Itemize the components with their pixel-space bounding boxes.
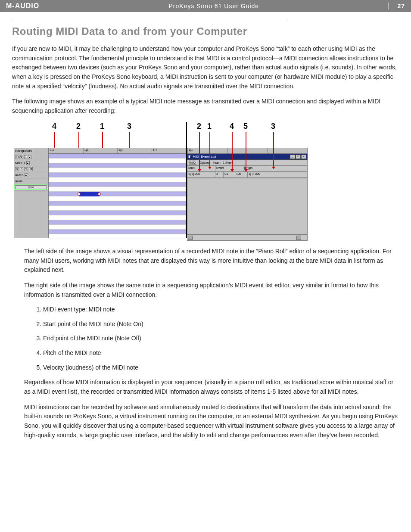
callout-4: 4 [230, 122, 234, 131]
tiny-btn[interactable]: ▸ [28, 155, 31, 159]
cell-type: J [215, 172, 224, 177]
cell-velocity: 106 [235, 172, 248, 177]
midi-figure: 4 2 1 3 Bars|Beats Click◦▸ MIDI 1▸ R a [12, 122, 399, 238]
event-list-titlebar[interactable]: ◧ MIDI Event List _ □ × [187, 154, 308, 160]
col-length: length [243, 166, 307, 171]
event-list-toolbar: MIDI Options Insert 1 Event [187, 160, 308, 166]
tiny-btn[interactable]: ▸ [26, 161, 30, 165]
callout-2: 2 [197, 122, 201, 131]
list-item: Velocity (loudness) of the MIDI note [43, 364, 399, 372]
page-number: 27 [388, 3, 405, 9]
paragraph-1: If you are new to MIDI, it may be challe… [12, 44, 399, 91]
callout-2: 2 [76, 122, 81, 131]
callout-3: 3 [271, 122, 275, 131]
event-list-app: 1|1 ◧ MIDI Event List _ □ × MIDI Options… [187, 148, 308, 238]
event-list-body[interactable] [187, 178, 308, 235]
brand-logo: M-AUDIO [6, 2, 39, 10]
solo-btn[interactable]: S [24, 167, 28, 171]
title-rule [12, 20, 288, 20]
track-name: MIDI 1 [15, 161, 25, 165]
close-icon[interactable]: × [301, 155, 306, 159]
list-item: End point of the MIDI note (Note Off) [43, 334, 399, 343]
paragraph-6: MIDI instructions can be recorded by sof… [24, 403, 399, 440]
midi-note[interactable] [79, 192, 100, 196]
paragraph-2: The following image shows an example of … [12, 97, 399, 115]
right-callout-row: 2 1 4 5 3 [187, 122, 308, 133]
tiny-btn[interactable]: ▸ [25, 173, 28, 177]
automation-read[interactable]: read [15, 185, 47, 189]
event-list-row[interactable]: 1| 2| 000 J C1 106 1| 3| 000 [187, 172, 308, 178]
midi-items-list: MIDI event type: MIDI note Start point o… [12, 305, 399, 372]
piano-roll-grid[interactable]: 1|1 1|2 1|3 1|4 [48, 148, 186, 238]
view-notes: notes [15, 173, 24, 177]
callout-1: 1 [100, 122, 104, 131]
piano-roll-timeline: 1|1 1|2 1|3 1|4 [49, 148, 186, 154]
event-list-scrollbar[interactable] [187, 235, 308, 241]
piano-roll-sidebar: Bars|Beats Click◦▸ MIDI 1▸ R a S M notes… [14, 148, 48, 238]
maximize-icon[interactable]: □ [296, 155, 301, 159]
section-title: Routing MIDI Data to and from your Compu… [12, 25, 399, 37]
minimize-icon[interactable]: _ [290, 155, 295, 159]
rec-btn[interactable]: R [15, 167, 19, 171]
piano-roll-app: Bars|Beats Click◦▸ MIDI 1▸ R a S M notes… [14, 148, 186, 238]
window-title: ◧ MIDI Event List [188, 155, 216, 159]
left-callout-row: 4 2 1 3 [14, 122, 186, 133]
event-list-timeline-top: 1|1 [187, 148, 308, 154]
insert-button[interactable]: Insert [213, 161, 221, 164]
page-header: M-AUDIO ProKeys Sono 61 User Guide 27 [0, 0, 411, 12]
event-list-columns: Start Event length [187, 166, 308, 172]
col-event: Event [215, 166, 243, 171]
callout-5: 5 [243, 122, 248, 131]
paragraph-4: The right side of the image shows the sa… [24, 281, 399, 299]
figure-left-piano-roll: 4 2 1 3 Bars|Beats Click◦▸ MIDI 1▸ R a [14, 122, 186, 238]
tiny-btn[interactable]: ◦ [24, 155, 27, 159]
cell-pitch: C1 [224, 172, 235, 177]
callout-1: 1 [207, 122, 212, 131]
cell-length: 1| 3| 000 [248, 172, 307, 177]
click-button[interactable]: Click [15, 155, 23, 159]
pr-header: Bars|Beats [14, 148, 48, 154]
callout-3: 3 [127, 122, 131, 131]
mute-btn[interactable]: M [29, 167, 33, 171]
figure-right-event-list: 2 1 4 5 3 1|1 ◧ MIDI Event List [186, 122, 308, 238]
cell-start: 1| 2| 000 [187, 172, 215, 177]
paragraph-3: The left side of the image shows a visua… [24, 247, 399, 275]
midi-filter-button[interactable]: MIDI [189, 161, 197, 165]
options-button[interactable]: Options [200, 161, 210, 164]
list-item: Start point of the MIDI note (Note On) [43, 320, 399, 329]
list-item: Pitch of the MIDI note [43, 349, 399, 358]
view-none: none [15, 179, 23, 183]
event-count: 1 Event [223, 161, 233, 164]
paragraph-5: Regardless of how MIDI information is di… [24, 378, 399, 396]
doc-title: ProKeys Sono 61 User Guide [39, 3, 388, 9]
a-btn[interactable]: a [20, 167, 23, 171]
col-start: Start [187, 166, 215, 171]
page-content: Routing MIDI Data to and from your Compu… [0, 12, 411, 463]
callout-4: 4 [52, 122, 56, 131]
list-item: MIDI event type: MIDI note [43, 305, 399, 314]
